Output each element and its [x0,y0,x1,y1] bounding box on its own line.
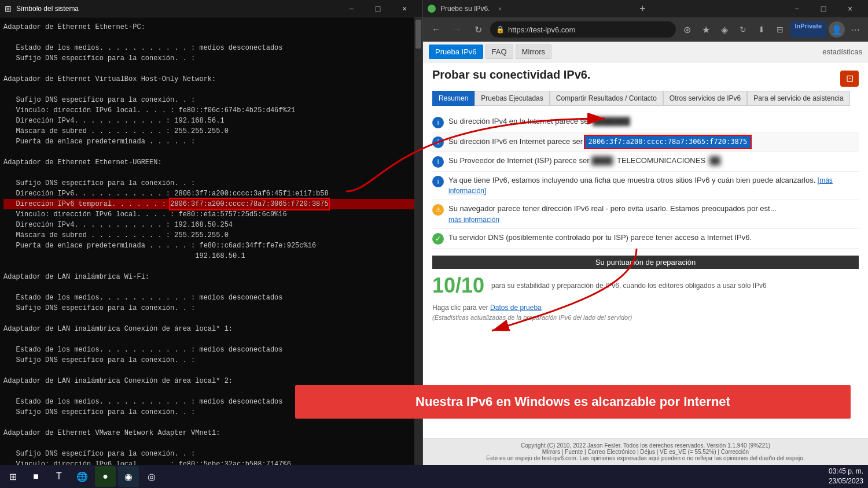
ipv6-warning-row: ⚠ Su navegador parece tener dirección IP… [432,200,859,228]
cmd-line-20: Máscara de subred . . . . . . . . . : 25… [3,230,419,241]
cmd-line-6 [3,84,419,95]
inner-tab-pruebas[interactable]: Pruebas Ejecutadas [475,91,549,106]
inner-tab-resumen[interactable]: Resumen [432,91,475,106]
inner-tab-asistencia[interactable]: Para el servicio de asistencia [747,91,849,106]
isp-row: i Su Proveedor de Internet (ISP) parece … [432,152,859,172]
browser-titlebar: Pruebe su IPv6. × + − □ × [423,0,868,17]
cmd-line-40 [3,438,419,449]
ipv6-warning-text: Su navegador parece tener dirección IPv6… [448,204,859,224]
browser-sidebar-button[interactable]: ⊟ [772,21,788,38]
cmd-scrollbar-thumb[interactable] [415,20,421,49]
ipv6-value: 2806:3f7:a200:cccc:78a7:3065:f720:3875 [585,136,751,148]
translate-icon[interactable]: ⊡ [840,71,859,87]
browser-tab-close[interactable]: × [498,5,501,12]
info-icon-dns: ✓ [432,233,444,245]
browser-new-tab-button[interactable]: + [639,3,646,15]
cmd-icon: ⊞ [5,4,12,13]
info-icon-ipv6: i [432,136,444,148]
ipv6-sites-row: i Ya que tiene IPv6, estamos incluyendo … [432,172,859,200]
isp-value: ████ [591,156,613,166]
cmd-line-32: Sufijo DNS específico para la conexión. … [3,355,419,365]
lock-icon: 🔒 [496,25,505,34]
taskbar-right: 03:45 p. m. 23/05/2023 [829,467,868,486]
inner-tab-compartir[interactable]: Compartir Resultados / Contacto [550,91,663,106]
browser-collections-button[interactable]: ◈ [716,21,733,38]
cmd-line-23 [3,261,419,272]
taskbar-clock: 03:45 p. m. 23/05/2023 [829,467,863,486]
browser-title-text: Pruebe su IPv6. [440,5,490,13]
ipv6-highlighted-cmd: 2806:3f7:a200:cccc:78a7:3065:f720:3875 [170,199,329,209]
browser-extensions-button[interactable]: ⊛ [679,21,696,38]
browser-window-controls: − □ × [784,0,863,17]
browser-menu-button[interactable]: ⋯ [847,21,863,38]
ipv4-value: ███████ [593,116,630,127]
browser-profile-button[interactable]: 👤 [829,21,845,38]
taskbar-time-text: 03:45 p. m. [829,467,863,476]
info-icon-isp: i [432,156,444,168]
data-link-row: Haga clic para ver Datos de prueba [432,304,859,312]
taskbar-extra-icon[interactable]: ◎ [141,466,162,487]
cmd-line-25 [3,282,419,293]
cmd-line-30 [3,334,419,345]
info-icon-sites: i [432,176,444,187]
ipv4-text: Su dirección IPv4 en la Internet parece … [448,116,859,127]
cmd-line-33 [3,365,419,376]
start-button[interactable]: ⊞ [2,466,23,487]
score-row: 10/10 para su estabilidad y preparación … [432,271,859,300]
browser-refresh-button[interactable]: ↻ [469,21,487,38]
browser-download-button[interactable]: ⬇ [753,21,770,38]
taskbar-widget-button[interactable]: 🌐 [72,466,93,487]
cmd-maximize-button[interactable]: □ [365,0,391,17]
cmd-line-31: Estado de los medios. . . . . . . . . . … [3,345,419,355]
cmd-line-27: Sufijo DNS específico para la conexión. … [3,303,419,313]
browser-forward-button[interactable]: → [448,21,466,38]
ipv6-sites-text: Ya que tiene IPv6, estamos incluyendo un… [448,175,859,196]
cmd-title-area: ⊞ Símbolo del sistema [5,4,79,13]
taskbar-date-text: 23/05/2023 [829,476,863,486]
browser-close-button[interactable]: × [837,0,863,17]
cmd-line-15: Sufijo DNS específico para la conexión. … [3,178,419,188]
info-icon-warning: ⚠ [432,204,444,216]
ipv6-warning-link[interactable]: más información [448,216,499,224]
cmd-line-38 [3,417,419,428]
ipv6-row: i Su dirección IPv6 en Internet parece s… [432,132,859,152]
site-tab-ipv6[interactable]: Prueba IPv6 [429,45,483,59]
taskbar-cmd-icon[interactable]: ● [95,466,116,487]
site-tab-mirrors[interactable]: Mirrors [516,45,551,59]
cmd-line-39: Adaptador de Ethernet VMware Network Ada… [3,428,419,438]
cmd-title-text: Símbolo del sistema [16,5,79,13]
cmd-line-1 [3,32,419,43]
cmd-close-button[interactable]: × [391,0,418,17]
info-icon-ipv4: i [432,117,444,128]
footer-note: Este es un espejo de test-ipv6.com. Las … [429,455,862,461]
browser-favorites-button[interactable]: ★ [698,21,714,38]
info-rows-area: i Su dirección IPv4 en la Internet parec… [423,113,868,249]
browser-minimize-button[interactable]: − [784,0,810,17]
cmd-minimize-button[interactable]: − [338,0,365,17]
taskbar-browser-icon[interactable]: ◉ [118,466,139,487]
taskbar-task-view-button[interactable]: T [49,466,69,487]
ipv6-more-info-link[interactable]: [más información] [448,176,833,195]
cmd-line-19: Dirección IPv4. . . . . . . . . . . : 19… [3,220,419,230]
taskbar-search-button[interactable]: ■ [25,466,46,487]
browser-back-button[interactable]: ← [428,21,445,38]
footer-copyright: Copyright (C) 2010, 2022 Jason Fesler. T… [429,442,862,449]
cmd-controls: − □ × [338,0,418,17]
browser-controls-bar: ← → ↻ 🔒 https://test-ipv6.com ⊛ ★ ◈ ↻ ⬇ … [423,17,868,42]
browser-title-area: Pruebe su IPv6. × [428,5,502,13]
browser-favicon [428,5,436,13]
translate-symbol: ⊡ [846,73,854,84]
browser-maximize-button[interactable]: □ [810,0,837,17]
cmd-line-42: Vínculo: dirección IPv6 local. . . . : f… [3,459,419,465]
cmd-line-3: Sufijo DNS específico para la conexión. … [3,53,419,64]
browser-address-bar[interactable]: 🔒 https://test-ipv6.com [490,21,676,38]
cmd-line-28 [3,313,419,324]
data-link[interactable]: Datos de prueba [490,304,542,312]
cmd-line-29: Adaptador de LAN inalámbrica Conexión de… [3,324,419,334]
site-tab-faq[interactable]: FAQ [486,45,513,59]
site-nav-stats[interactable]: estadísticas [822,47,862,56]
inner-tab-otros[interactable]: Otros servicios de IPv6 [663,91,747,106]
red-banner: Nuestra IPv6 en Windows es alcanzable po… [295,385,851,419]
browser-refresh2-button[interactable]: ↻ [735,21,751,38]
cmd-line-9: Dirección IPv4. . . . . . . . . . . : 19… [3,116,419,126]
